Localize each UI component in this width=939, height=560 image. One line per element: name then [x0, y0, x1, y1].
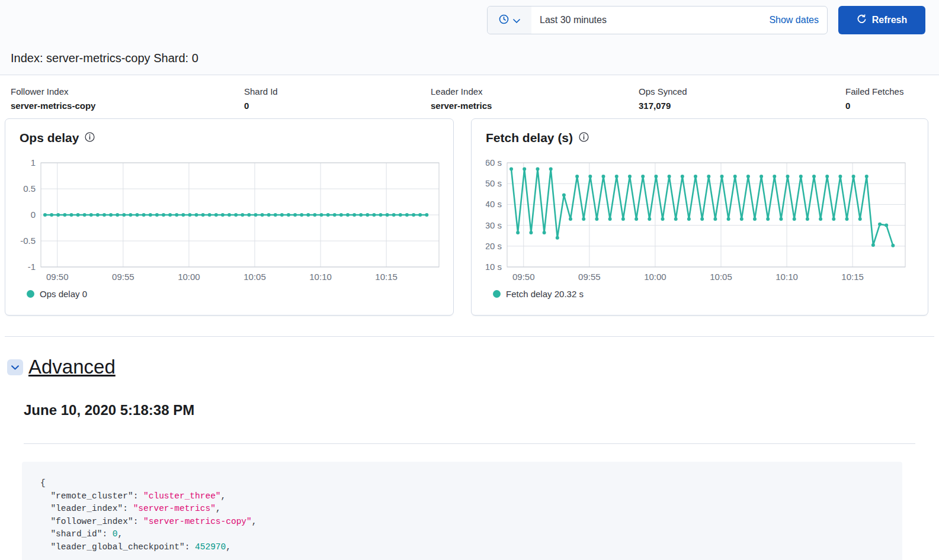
svg-text:10 s: 10 s [486, 262, 502, 272]
info-icon[interactable] [579, 132, 589, 144]
section-divider [5, 336, 934, 337]
svg-text:10:05: 10:05 [243, 272, 266, 282]
advanced-link[interactable]: Advanced [28, 356, 116, 378]
ops-delay-panel: Ops delay 10.50-0.5-109:5009:5510:0010:0… [5, 118, 454, 316]
svg-text:30 s: 30 s [486, 220, 502, 230]
stat-value: 317,079 [639, 101, 845, 111]
svg-text:10:15: 10:15 [375, 272, 398, 282]
svg-text:0.5: 0.5 [23, 184, 36, 194]
fetch-delay-title: Fetch delay (s) [486, 131, 573, 145]
ops-delay-title: Ops delay [20, 131, 79, 145]
shard-stats-row: Follower Index server-metrics-copy Shard… [11, 86, 903, 111]
timestamp-divider [24, 443, 915, 444]
advanced-chevron-button[interactable] [7, 359, 23, 375]
stat-label: Shard Id [244, 86, 431, 96]
date-picker-range: Last 30 minutes Show dates [531, 7, 827, 34]
stat-leader-index: Leader Index server-metrics [431, 86, 639, 111]
stat-failed-fetches: Failed Fetches 0 [845, 86, 903, 111]
legend-dot [27, 290, 34, 298]
svg-text:09:50: 09:50 [46, 272, 69, 282]
stat-label: Leader Index [431, 86, 639, 96]
time-range-label[interactable]: Last 30 minutes [540, 15, 607, 25]
svg-text:0: 0 [31, 210, 36, 220]
stat-follower-index: Follower Index server-metrics-copy [11, 86, 244, 111]
refresh-button-label: Refresh [872, 15, 908, 25]
stat-value: server-metrics-copy [11, 101, 244, 111]
svg-text:-1: -1 [28, 262, 36, 272]
svg-text:10:10: 10:10 [775, 272, 798, 282]
stat-label: Ops Synced [639, 86, 845, 96]
ops-delay-legend: Ops delay 0 [27, 289, 87, 299]
svg-text:1: 1 [31, 157, 36, 168]
stat-shard-id: Shard Id 0 [244, 86, 431, 111]
svg-text:50 s: 50 s [486, 178, 502, 188]
clock-icon [499, 14, 509, 26]
refresh-icon [857, 14, 867, 27]
svg-text:10:05: 10:05 [710, 272, 732, 282]
fetch-delay-panel: Fetch delay (s) 60 s50 s40 s30 s20 s10 s… [471, 118, 928, 316]
legend-label: Ops delay 0 [40, 289, 87, 299]
stat-value: 0 [845, 101, 903, 111]
header-bar: Last 30 minutes Show dates Refresh Index… [0, 0, 939, 75]
chevron-down-icon [513, 16, 520, 25]
stat-label: Follower Index [11, 86, 244, 96]
stat-ops-synced: Ops Synced 317,079 [639, 86, 845, 111]
code-content: { "remote_cluster": "cluster_three", "le… [40, 477, 890, 554]
svg-text:10:00: 10:00 [644, 272, 666, 282]
stat-value: server-metrics [431, 101, 639, 111]
show-dates-link[interactable]: Show dates [769, 15, 819, 25]
ops-delay-chart: 10.50-0.5-109:5009:5510:0010:0510:1010:1… [20, 157, 440, 284]
info-icon[interactable] [85, 132, 95, 144]
stat-value: 0 [244, 101, 431, 111]
svg-text:09:55: 09:55 [578, 272, 601, 282]
svg-text:09:55: 09:55 [112, 272, 134, 282]
legend-label: Fetch delay 20.32 s [506, 289, 584, 299]
chevron-down-icon [11, 363, 19, 372]
svg-text:10:00: 10:00 [178, 272, 200, 282]
legend-dot [493, 290, 501, 298]
svg-text:10:15: 10:15 [841, 272, 864, 282]
svg-text:40 s: 40 s [486, 199, 502, 209]
svg-text:09:50: 09:50 [512, 272, 535, 282]
page-title: Index: server-metrics-copy Shard: 0 [11, 51, 198, 65]
stat-label: Failed Fetches [845, 86, 903, 96]
svg-text:-0.5: -0.5 [20, 236, 36, 246]
fetch-delay-legend: Fetch delay 20.32 s [493, 289, 584, 299]
advanced-toggle[interactable]: Advanced [7, 356, 116, 378]
fetch-delay-chart: 60 s50 s40 s30 s20 s10 s09:5009:5510:001… [486, 157, 906, 284]
super-date-picker: Last 30 minutes Show dates [487, 6, 828, 34]
ccr-shard-stats-page: Last 30 minutes Show dates Refresh Index… [0, 0, 939, 560]
svg-text:20 s: 20 s [486, 241, 502, 251]
svg-text:60 s: 60 s [486, 157, 502, 168]
quick-select-button[interactable] [488, 7, 531, 34]
stats-timestamp: June 10, 2020 5:18:38 PM [24, 402, 194, 419]
code-block: { "remote_cluster": "cluster_three", "le… [22, 462, 902, 560]
refresh-button[interactable]: Refresh [838, 6, 925, 34]
svg-text:10:10: 10:10 [309, 272, 332, 282]
